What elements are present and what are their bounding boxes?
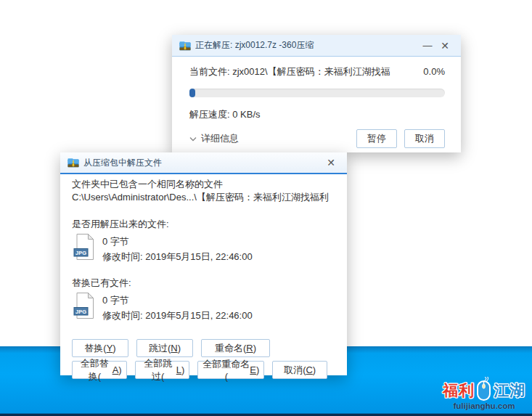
svg-text:JPG: JPG <box>75 309 86 315</box>
watermark-url: fulijianghu.com <box>443 401 525 410</box>
pause-button[interactable]: 暂停 <box>356 129 397 148</box>
new-file-modified: 修改时间: 2019年5月15日, 22:46:00 <box>102 249 253 264</box>
skip-all-button[interactable]: 全部跳过(L) <box>135 361 190 379</box>
file-conflict-dialog: 从压缩包中解压文件 ✕ 文件夹中已包含一个相同名称的文件 C:\Users\Ad… <box>60 152 347 375</box>
mouse-icon <box>475 377 493 401</box>
conflict-dialog-title: 从压缩包中解压文件 <box>83 157 322 169</box>
existing-file-size: 0 字节 <box>102 293 253 308</box>
close-icon[interactable]: ✕ <box>436 38 454 54</box>
chevron-down-icon <box>189 136 197 142</box>
minimize-button[interactable]: — <box>419 38 436 54</box>
close-icon[interactable]: ✕ <box>322 155 340 171</box>
jpg-file-icon: JPG <box>73 233 95 261</box>
replace-all-button[interactable]: 全部替换(A) <box>72 361 127 379</box>
cancel-button[interactable]: 取消(C) <box>272 361 327 379</box>
new-file-row: JPG 0 字节 修改时间: 2019年5月15日, 22:46:00 <box>72 233 335 264</box>
progress-dialog-title: 正在解压: zjx0012.7z -360压缩 <box>195 39 419 52</box>
details-label: 详细信息 <box>201 132 239 145</box>
question-existing-file: 替换已有文件: <box>72 277 335 289</box>
rename-all-button[interactable]: 全部重命名(E) <box>197 361 264 379</box>
question-new-file: 是否用解压出来的文件: <box>72 219 335 230</box>
extract-progress-dialog: 正在解压: zjx0012.7z -360压缩 — ✕ 当前文件: zjx001… <box>172 35 461 152</box>
watermark-text-left: 福利 <box>443 380 475 401</box>
zip-folder-icon <box>179 40 191 52</box>
details-toggle[interactable]: 详细信息 <box>189 132 349 145</box>
progress-percent: 0.0% <box>423 66 445 77</box>
extract-speed-label: 解压速度: 0 KB/s <box>189 108 445 121</box>
existing-file-row: JPG 0 字节 修改时间: 2019年5月15日, 22:46:00 <box>72 292 335 323</box>
conflict-path: C:\Users\Administrator\Des...\【解压密码：来福利江… <box>72 191 335 204</box>
svg-text:JPG: JPG <box>75 250 86 256</box>
watermark-text-right: 江湖 <box>494 380 525 401</box>
existing-file-modified: 修改时间: 2019年5月15日, 22:46:00 <box>102 308 253 323</box>
conflict-dialog-titlebar[interactable]: 从压缩包中解压文件 ✕ <box>60 152 347 174</box>
progress-bar <box>189 89 445 97</box>
progress-bar-fill <box>189 89 195 97</box>
site-watermark: 福利 江湖 fulijianghu.com <box>443 378 525 410</box>
current-file-label: 当前文件: zjx0012\【解压密码：来福利江湖找福 <box>189 65 417 78</box>
progress-dialog-titlebar[interactable]: 正在解压: zjx0012.7z -360压缩 — ✕ <box>172 35 461 57</box>
screenshot-stage: 正在解压: zjx0012.7z -360压缩 — ✕ 当前文件: zjx001… <box>0 0 532 416</box>
new-file-size: 0 字节 <box>102 234 253 249</box>
jpg-file-icon: JPG <box>73 292 95 319</box>
progress-dialog-body: 当前文件: zjx0012\【解压密码：来福利江湖找福 0.0% 解压速度: 0… <box>172 57 461 148</box>
conflict-dialog-body: 文件夹中已包含一个相同名称的文件 C:\Users\Administrator\… <box>60 174 347 379</box>
conflict-message: 文件夹中已包含一个相同名称的文件 <box>72 178 335 191</box>
cancel-button[interactable]: 取消 <box>404 129 445 148</box>
zip-folder-icon <box>67 157 79 168</box>
rename-button[interactable]: 重命名(R) <box>201 339 270 357</box>
replace-button[interactable]: 替换(Y) <box>72 339 128 357</box>
skip-button[interactable]: 跳过(N) <box>136 339 193 357</box>
